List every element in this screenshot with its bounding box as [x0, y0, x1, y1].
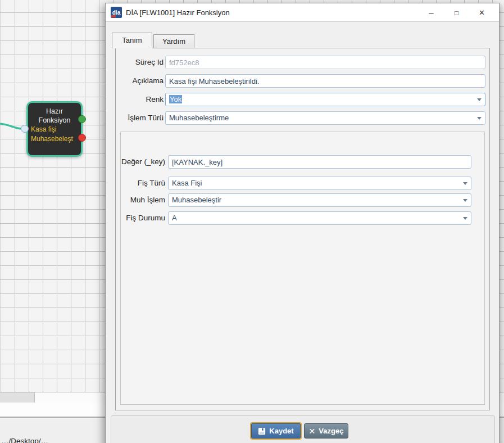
- node-input-port[interactable]: [21, 125, 29, 133]
- node-title-line1: Hazır: [28, 107, 81, 116]
- save-icon: [258, 427, 266, 435]
- fis-durumu-label: Fiş Durumu: [106, 211, 165, 225]
- fis-turu-label: Fiş Türü: [106, 177, 165, 190]
- maximize-icon: □: [455, 9, 458, 17]
- save-button[interactable]: Kaydet: [251, 423, 301, 439]
- tab-tanim[interactable]: Tanım: [112, 33, 152, 48]
- dialog-titlebar[interactable]: dia DİA [FLW1001] Hazır Fonksiyon – □ ✕: [106, 3, 499, 22]
- close-icon: ✕: [479, 8, 485, 17]
- dialog-title: DİA [FLW1001] Hazır Fonksiyon: [126, 8, 230, 17]
- parameters-group-panel: [120, 132, 485, 405]
- chevron-down-icon[interactable]: [477, 98, 482, 101]
- node-subtitle-line2: Muhasebeleşt: [28, 134, 81, 144]
- file-path-fragment: …/Desktop/…: [1, 437, 48, 443]
- surec-id-field: [165, 56, 485, 69]
- fis-durumu-combobox[interactable]: A: [168, 211, 471, 225]
- chevron-down-icon[interactable]: [463, 217, 467, 220]
- muh-islem-label: Muh İşlem: [106, 193, 165, 207]
- renk-label: Renk: [106, 93, 164, 106]
- cancel-button[interactable]: ✕ Vazgeç: [304, 423, 348, 439]
- aciklama-field[interactable]: [165, 74, 485, 88]
- islem-turu-label: İşlem Türü: [106, 111, 164, 125]
- renk-combobox[interactable]: Yok: [165, 93, 485, 106]
- surec-id-label: Süreç Id: [106, 56, 164, 69]
- node-title-line2: Fonksiyon: [28, 116, 81, 125]
- islem-turu-combobox[interactable]: Muhasebeleştirme: [165, 111, 485, 125]
- node-output-port-error[interactable]: [78, 134, 86, 142]
- dialog-hazir-fonksiyon: dia DİA [FLW1001] Hazır Fonksiyon – □ ✕ …: [105, 3, 500, 443]
- button-bar: Kaydet ✕ Vazgeç: [111, 415, 495, 443]
- cancel-x-icon: ✕: [309, 427, 316, 436]
- minimize-button[interactable]: –: [419, 3, 444, 22]
- background-toolbar-segment: [0, 392, 35, 403]
- node-subtitle-line1: Kasa fişi: [28, 125, 81, 134]
- maximize-button[interactable]: □: [444, 3, 469, 22]
- close-button[interactable]: ✕: [469, 3, 494, 22]
- tab-yardim[interactable]: Yardım: [153, 34, 194, 48]
- minimize-icon: –: [429, 8, 433, 17]
- dia-logo-icon: dia: [111, 7, 122, 18]
- fis-turu-combobox[interactable]: Kasa Fişi: [168, 177, 471, 190]
- node-hazir-fonksiyon[interactable]: Hazır Fonksiyon Kasa fişi Muhasebeleşt: [26, 101, 83, 157]
- node-output-port-success[interactable]: [78, 115, 86, 123]
- muh-islem-combobox[interactable]: Muhasebeleştir: [168, 193, 471, 207]
- chevron-down-icon[interactable]: [463, 182, 467, 185]
- aciklama-label: Açıklama: [106, 74, 164, 88]
- deger-key-field[interactable]: [168, 155, 471, 169]
- chevron-down-icon[interactable]: [477, 117, 482, 120]
- deger-key-label: Değer (_key): [106, 155, 165, 169]
- chevron-down-icon[interactable]: [463, 199, 467, 202]
